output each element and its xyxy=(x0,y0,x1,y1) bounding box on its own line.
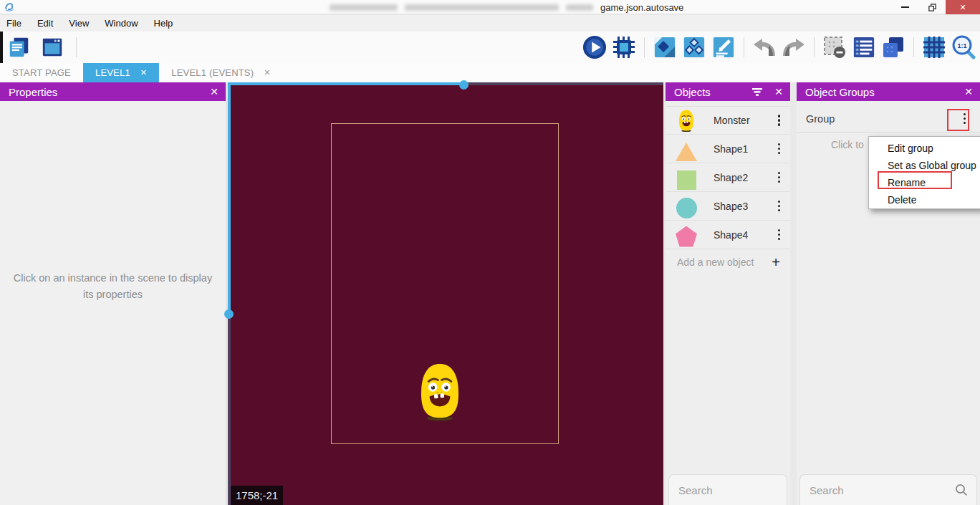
groups-search-input[interactable] xyxy=(810,484,955,496)
undo-icon[interactable] xyxy=(752,35,777,59)
debug-icon[interactable] xyxy=(612,35,636,59)
close-icon: ✕ xyxy=(959,3,966,12)
svg-text:1:1: 1:1 xyxy=(957,42,966,49)
tabbar: START PAGE LEVEL1 ✕ LEVEL1 (EVENTS) ✕ xyxy=(0,63,980,82)
objects-search-box xyxy=(668,474,787,505)
horizontal-scrollbar-range[interactable] xyxy=(231,82,463,85)
shape4-options-icon[interactable] xyxy=(778,229,781,241)
pentagon-thumbnail-icon xyxy=(675,223,698,247)
properties-empty-hint: Click on an instance in the scene to dis… xyxy=(9,270,217,303)
vertical-scrollbar-range[interactable] xyxy=(228,82,231,314)
minimize-button[interactable] xyxy=(891,0,918,14)
scene-editor: 1758;-21 xyxy=(226,82,663,505)
toolbar-separator xyxy=(814,37,815,57)
grid-icon[interactable] xyxy=(922,35,946,59)
window-title-text: game.json.autosave xyxy=(600,2,683,13)
tab-level1-close-icon[interactable]: ✕ xyxy=(140,68,147,77)
monster-instance[interactable] xyxy=(416,357,463,426)
properties-panel-header: Properties ✕ xyxy=(0,82,226,101)
scene-editors-icon[interactable] xyxy=(40,35,64,59)
toolbar-separator xyxy=(744,37,744,57)
objects-panel-header: Objects ✕ xyxy=(666,82,790,101)
object-groups-close-icon[interactable]: ✕ xyxy=(964,86,973,97)
tab-level1-events[interactable]: LEVEL1 (EVENTS) ✕ xyxy=(159,63,282,82)
circle-thumbnail-icon xyxy=(675,194,698,218)
window-title: game.json.autosave xyxy=(330,0,683,14)
restore-button[interactable] xyxy=(918,0,946,14)
tab-level1[interactable]: LEVEL1 ✕ xyxy=(83,63,159,82)
annotation-box-group-options xyxy=(947,109,969,131)
objects-panel: Objects ✕ Monster Shape1 Shape2 xyxy=(666,82,790,505)
gdevelop-logo-icon xyxy=(2,1,18,14)
menu-help[interactable]: Help xyxy=(146,15,181,32)
plus-icon: + xyxy=(772,254,780,271)
instances-list-icon[interactable] xyxy=(852,35,876,59)
triangle-thumbnail-icon xyxy=(675,137,698,161)
menu-window[interactable]: Window xyxy=(97,15,145,32)
tab-level1-events-close-icon[interactable]: ✕ xyxy=(264,68,270,77)
object-groups-panel-title: Object Groups xyxy=(805,86,964,98)
redo-icon[interactable] xyxy=(782,35,806,59)
group-hint-text: Click to xyxy=(831,139,864,150)
minimize-icon xyxy=(901,6,909,8)
menu-edit[interactable]: Edit xyxy=(29,15,61,32)
menu-item-delete[interactable]: Delete xyxy=(869,191,980,208)
menu-item-edit-group[interactable]: Edit group xyxy=(869,140,980,157)
toolbar: 1:1 xyxy=(0,32,980,63)
horizontal-scrollbar-knob[interactable] xyxy=(459,80,469,90)
menu-file[interactable]: File xyxy=(0,15,29,32)
redacted-title-segment xyxy=(566,4,593,11)
filter-icon[interactable] xyxy=(751,87,763,97)
menu-view[interactable]: View xyxy=(61,15,97,32)
objects-close-icon[interactable]: ✕ xyxy=(774,86,783,97)
play-icon[interactable] xyxy=(582,35,607,59)
redacted-title-segment xyxy=(330,4,398,11)
objects-panel-title: Objects xyxy=(674,86,751,98)
shape2-options-icon[interactable] xyxy=(778,172,781,183)
close-button[interactable]: ✕ xyxy=(946,0,980,14)
add-new-object-button[interactable]: Add a new object + xyxy=(666,249,790,275)
redacted-title-segment xyxy=(405,4,559,11)
groups-search-box xyxy=(799,474,977,505)
tab-start-page[interactable]: START PAGE xyxy=(0,63,83,82)
search-icon xyxy=(955,484,968,496)
monster-options-icon[interactable] xyxy=(778,115,781,126)
shape1-options-icon[interactable] xyxy=(778,143,781,155)
delete-instances-icon[interactable] xyxy=(822,35,847,59)
gdevelop-window: game.json.autosave ✕ File Edit View Wind… xyxy=(0,0,980,505)
shape3-options-icon[interactable] xyxy=(778,201,781,212)
toolbar-separator xyxy=(76,37,77,57)
vertical-scrollbar-knob[interactable] xyxy=(224,309,234,319)
monster-thumbnail-icon xyxy=(675,108,698,133)
layers-icon[interactable] xyxy=(881,35,905,59)
window-controls: ✕ xyxy=(891,0,980,14)
object-groups-panel-header: Object Groups ✕ xyxy=(797,82,980,101)
toolbar-separator xyxy=(644,37,645,57)
toolbar-separator xyxy=(913,37,914,57)
object-row-shape1[interactable]: Shape1 xyxy=(666,135,790,163)
project-manager-icon[interactable] xyxy=(7,35,32,59)
properties-panel: Properties ✕ Click on an instance in the… xyxy=(0,82,226,505)
add-instance-icon[interactable] xyxy=(682,35,706,59)
object-row-monster[interactable]: Monster xyxy=(666,106,790,135)
restore-icon xyxy=(928,3,937,12)
object-row-shape4[interactable]: Shape4 xyxy=(666,221,790,249)
edit-scene-icon[interactable] xyxy=(711,35,736,59)
properties-panel-title: Properties xyxy=(9,86,210,98)
titlebar: game.json.autosave ✕ xyxy=(0,0,980,14)
cursor-coordinates: 1758;-21 xyxy=(231,486,283,505)
add-object-icon[interactable] xyxy=(653,35,677,59)
menubar: File Edit View Window Help xyxy=(0,15,980,32)
square-thumbnail-icon xyxy=(675,165,698,190)
zoom-1-1-icon[interactable]: 1:1 xyxy=(951,35,976,59)
properties-close-icon[interactable]: ✕ xyxy=(210,86,218,97)
object-row-shape2[interactable]: Shape2 xyxy=(666,163,790,192)
annotation-box-rename xyxy=(878,171,952,189)
object-row-shape3[interactable]: Shape3 xyxy=(666,192,790,221)
